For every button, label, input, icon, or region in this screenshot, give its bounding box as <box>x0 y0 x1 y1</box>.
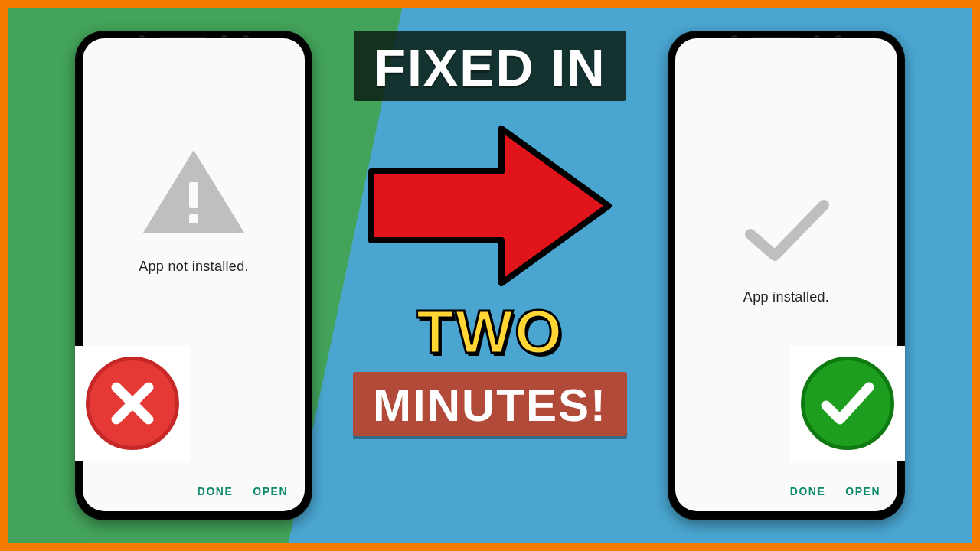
error-badge <box>75 346 190 461</box>
svg-marker-5 <box>371 129 609 283</box>
headline-block: FIXED IN TWO MINUTES! <box>325 31 655 436</box>
open-button[interactable]: OPEN <box>845 485 880 497</box>
svg-rect-2 <box>189 214 198 223</box>
arrow-icon <box>364 118 616 297</box>
success-badge <box>790 346 905 461</box>
headline-line3: MINUTES! <box>353 372 627 436</box>
svg-rect-1 <box>189 182 198 208</box>
check-icon <box>817 377 878 430</box>
headline-line1: FIXED IN <box>354 31 626 101</box>
headline-line2: TWO <box>416 302 564 363</box>
warning-icon <box>140 145 247 237</box>
install-status-text: App installed. <box>743 289 829 305</box>
done-button[interactable]: DONE <box>790 485 825 497</box>
thumbnail-frame: App not installed. DONE OPEN App install… <box>0 0 980 551</box>
done-button[interactable]: DONE <box>198 485 233 497</box>
checkmark-icon <box>737 191 836 268</box>
open-button[interactable]: OPEN <box>253 485 288 497</box>
install-status-text: App not installed. <box>139 259 249 275</box>
cross-icon <box>106 377 159 430</box>
